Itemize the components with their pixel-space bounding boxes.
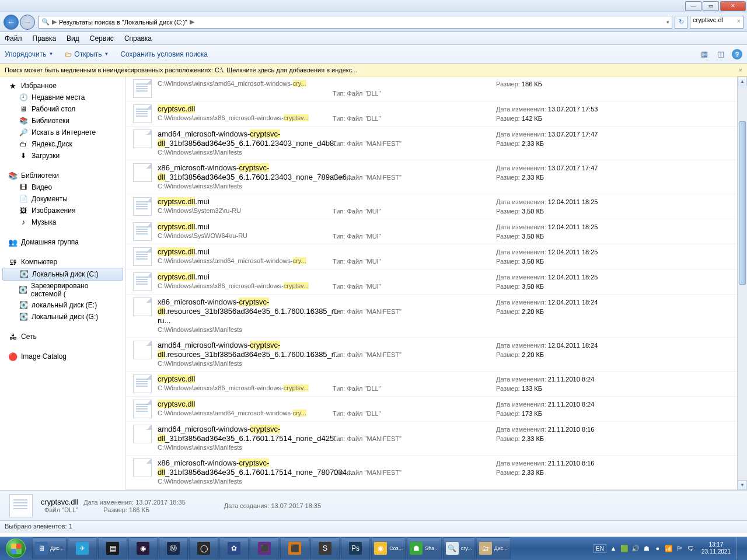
tray-icon[interactable]: 🔊 (631, 544, 640, 553)
taskbar-task[interactable]: S (310, 537, 340, 559)
item-label: Библиотеки (32, 117, 69, 125)
group-icon: 📚 (8, 171, 18, 180)
sidebar-item[interactable]: ♪Музыка (0, 216, 125, 228)
tray-icon[interactable]: 🗨 (686, 544, 696, 553)
taskbar-task[interactable]: ⬛ (250, 537, 279, 559)
taskbar-task[interactable]: ◉ (128, 537, 158, 559)
sidebar-item[interactable]: 🕘Недавние места (0, 92, 125, 103)
sidebar-item[interactable]: 🖼Изображения (0, 205, 125, 216)
sidebar-item[interactable]: 📚Библиотеки (0, 115, 125, 127)
search-result-item[interactable]: C:\Windows\winsxs\amd64_microsoft-window… (126, 76, 737, 102)
tray-icon[interactable]: 🟩 (620, 544, 629, 553)
search-result-item[interactable]: cryptsvc.dll.mui C:\Windows\SysWOW64\ru-… (126, 219, 737, 244)
tray-icon[interactable]: ● (653, 544, 662, 553)
taskbar-task[interactable]: ☗Sha... (407, 537, 442, 559)
search-result-item[interactable]: cryptsvc.dll.mui C:\Windows\winsxs\amd64… (126, 244, 737, 270)
show-desktop-button[interactable] (736, 537, 742, 559)
search-result-item[interactable]: amd64_microsoft-windows-cryptsvc-dll_31b… (126, 127, 737, 160)
nav-back-button[interactable]: ← (4, 15, 19, 30)
info-close-button[interactable]: × (739, 66, 742, 74)
taskbar-task[interactable]: 🗂Дис... (476, 537, 511, 559)
language-indicator[interactable]: EN (594, 544, 606, 553)
vertical-scrollbar[interactable]: ▲ ▼ (737, 76, 747, 490)
maximize-button[interactable]: ▭ (703, 1, 719, 11)
taskbar-task[interactable]: ◯ (189, 537, 218, 559)
help-button[interactable]: ? (732, 49, 742, 60)
search-result-item[interactable]: cryptsvc.dll.mui C:\Windows\winsxs\x86_m… (126, 270, 737, 295)
file-name: amd64_microsoft-windows-cryptsvc-dll.res… (158, 341, 333, 359)
menu-edit[interactable]: Правка (33, 34, 57, 43)
sidebar-item[interactable]: ⬇Загрузки (0, 150, 125, 162)
tray-icon[interactable]: 📶 (664, 544, 673, 553)
sidebar-item[interactable]: 💽Зарезервировано системой ( (0, 281, 125, 299)
taskbar-task[interactable]: ▤ (98, 537, 127, 559)
scrollbar-thumb[interactable] (739, 121, 746, 285)
address-dropdown[interactable]: ▾ (666, 19, 669, 25)
sidebar-item[interactable]: 🎞Видео (0, 181, 125, 193)
search-result-item[interactable]: x86_microsoft-windows-cryptsvc-dll_31bf3… (126, 160, 737, 194)
taskbar-task[interactable]: ✈ (68, 537, 97, 559)
file-type-col: Тип: Файл "MANIFEST" (333, 425, 496, 452)
search-box[interactable]: cryptsvc.dl × (690, 16, 743, 29)
search-result-item[interactable]: amd64_microsoft-windows-cryptsvc-dll_31b… (126, 422, 737, 456)
close-button[interactable]: ✕ (720, 1, 746, 11)
clock[interactable]: 13:17 23.11.2021 (701, 541, 731, 555)
sidebar-item[interactable]: 🖥Рабочий стол (0, 103, 125, 115)
details-filename: cryptsvc.dll (41, 498, 78, 506)
tray-icon[interactable]: ▲ (609, 544, 618, 553)
menu-view[interactable]: Вид (67, 34, 79, 43)
item-icon: 🖥 (19, 104, 28, 114)
clear-search-button[interactable]: × (737, 18, 741, 24)
sidebar-item[interactable]: 📄Документы (0, 193, 125, 205)
start-button[interactable] (0, 537, 32, 560)
taskbar-task[interactable]: 🔍cry... (443, 537, 475, 559)
menu-help[interactable]: Справка (124, 34, 152, 43)
scroll-up-button[interactable]: ▲ (738, 76, 747, 86)
save-search-button[interactable]: Сохранить условия поиска (120, 50, 208, 58)
sidebar-header[interactable]: 👥Домашняя группа (0, 236, 125, 248)
taskbar-task[interactable]: ⬛ (280, 537, 309, 559)
task-icon: S (319, 542, 331, 555)
view-mode-button[interactable]: ▦ (699, 49, 710, 60)
minimize-button[interactable]: — (685, 1, 701, 11)
search-result-item[interactable]: cryptsvc.dll C:\Windows\winsxs\x86_micro… (126, 102, 737, 127)
index-info-bar[interactable]: Поиск может быть медленным в неиндексиро… (0, 64, 747, 76)
item-label: локальный диск (E:) (32, 301, 97, 309)
search-result-item[interactable]: x86_microsoft-windows-cryptsvc-dll_31bf3… (126, 456, 737, 489)
sidebar-header[interactable]: 🖧Сеть (0, 331, 125, 342)
search-result-item[interactable]: cryptsvc.dll.mui C:\Windows\System32\ru-… (126, 194, 737, 219)
search-result-item[interactable]: amd64_microsoft-windows-cryptsvc-dll.res… (126, 338, 737, 372)
sidebar-item[interactable]: 🗀Яндекс.Диск (0, 138, 125, 150)
search-result-item[interactable]: cryptsvc.dll C:\Windows\winsxs\x86_micro… (126, 372, 737, 397)
sidebar-header[interactable]: 🖳Компьютер (0, 256, 125, 268)
search-result-item[interactable]: cryptsvc.dll C:\Windows\winsxs\amd64_mic… (126, 397, 737, 422)
menu-file[interactable]: Файл (5, 34, 22, 43)
scroll-down-button[interactable]: ▼ (738, 480, 747, 490)
sidebar-item[interactable]: 💽локальный диск (E:) (0, 299, 125, 311)
preview-pane-button[interactable]: ◫ (715, 49, 726, 60)
file-path: C:\Windows\winsxs\amd64_microsoft-window… (158, 257, 327, 265)
refresh-button[interactable]: ↻ (675, 16, 687, 29)
tray-icon[interactable]: ☗ (642, 544, 651, 553)
sidebar-item[interactable]: 🔎Искать в Интернете (0, 127, 125, 138)
sidebar-item[interactable]: 💽Локальный диск (G:) (0, 311, 125, 323)
sidebar-header[interactable]: 📚Библиотеки (0, 170, 125, 181)
address-box[interactable]: 🔍 ▶ Результаты поиска в "Локальный диск … (39, 16, 672, 29)
task-label: Sha... (425, 545, 439, 551)
sidebar-header[interactable]: ★Избранное (0, 80, 125, 92)
sidebar-item[interactable]: 💽Локальный диск (C:) (2, 268, 123, 281)
search-result-item[interactable]: x86_microsoft-windows-cryptsvc-dll.resou… (126, 295, 737, 338)
organize-button[interactable]: Упорядочить▼ (5, 50, 53, 58)
sidebar-header[interactable]: 🔴Image Catalog (0, 351, 125, 362)
tray-icon[interactable]: 🏳 (675, 544, 685, 553)
file-icon (133, 459, 152, 477)
open-button[interactable]: 🗁 Открыть▼ (65, 50, 109, 58)
nav-forward-button[interactable]: → (20, 15, 35, 30)
taskbar-task[interactable]: Ps (341, 537, 370, 559)
taskbar-task[interactable]: 🖥Дис... (32, 537, 67, 559)
taskbar-task[interactable]: Ⓜ (159, 537, 188, 559)
taskbar-task[interactable]: ✿ (219, 537, 249, 559)
menu-service[interactable]: Сервис (90, 34, 114, 43)
breadcrumb-sep[interactable]: ▶ (190, 18, 194, 26)
taskbar-task[interactable]: ◉Соз... (371, 537, 406, 559)
